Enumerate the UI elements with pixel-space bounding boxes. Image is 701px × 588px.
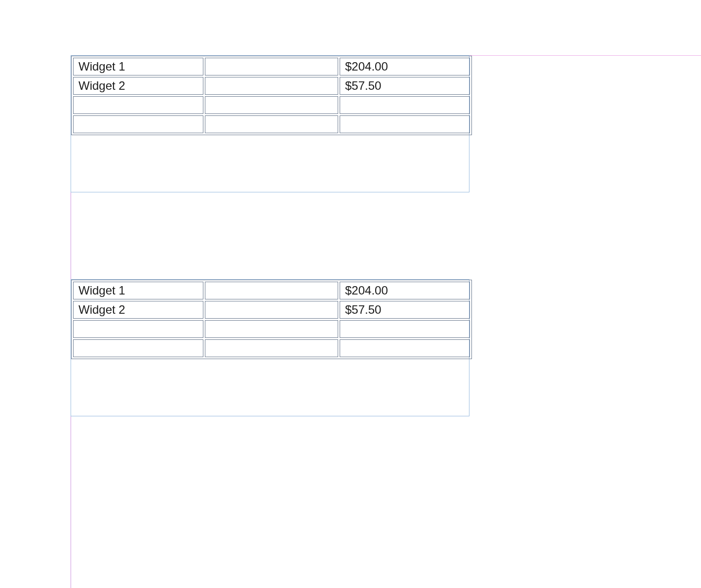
table-row[interactable] — [73, 339, 470, 357]
table-row[interactable] — [73, 96, 470, 114]
cell-price[interactable] — [340, 96, 470, 114]
cell-price[interactable]: $204.00 — [340, 282, 470, 299]
cell-name[interactable]: Widget 1 — [73, 282, 203, 299]
price-table-2[interactable]: Widget 1 $204.00 Widget 2 $57.50 — [71, 280, 472, 359]
price-table-1[interactable]: Widget 1 $204.00 Widget 2 $57.50 — [71, 56, 472, 135]
cell-mid[interactable] — [205, 96, 338, 114]
cell-name[interactable] — [73, 320, 203, 338]
cell-price[interactable] — [340, 115, 470, 133]
table-row[interactable]: Widget 2 $57.50 — [73, 301, 470, 319]
table-row[interactable]: Widget 1 $204.00 — [73, 282, 470, 299]
cell-mid[interactable] — [205, 339, 338, 357]
table-row[interactable]: Widget 1 $204.00 — [73, 58, 470, 75]
cell-name[interactable]: Widget 2 — [73, 301, 203, 319]
cell-name[interactable]: Widget 2 — [73, 77, 203, 95]
cell-mid[interactable] — [205, 77, 338, 95]
cell-mid[interactable] — [205, 301, 338, 319]
cell-price[interactable]: $57.50 — [340, 77, 470, 95]
text-frame-1[interactable]: Widget 1 $204.00 Widget 2 $57.50 — [71, 55, 469, 192]
table-row[interactable] — [73, 320, 470, 338]
table-row[interactable] — [73, 115, 470, 133]
text-frame-2[interactable]: Widget 1 $204.00 Widget 2 $57.50 — [71, 279, 469, 416]
cell-name[interactable] — [73, 339, 203, 357]
cell-name[interactable] — [73, 96, 203, 114]
cell-name[interactable]: Widget 1 — [73, 58, 203, 75]
cell-mid[interactable] — [205, 282, 338, 299]
cell-mid[interactable] — [205, 320, 338, 338]
cell-mid[interactable] — [205, 115, 338, 133]
table-row[interactable]: Widget 2 $57.50 — [73, 77, 470, 95]
cell-price[interactable]: $204.00 — [340, 58, 470, 75]
cell-name[interactable] — [73, 115, 203, 133]
cell-price[interactable] — [340, 339, 470, 357]
cell-price[interactable] — [340, 320, 470, 338]
cell-mid[interactable] — [205, 58, 338, 75]
cell-price[interactable]: $57.50 — [340, 301, 470, 319]
